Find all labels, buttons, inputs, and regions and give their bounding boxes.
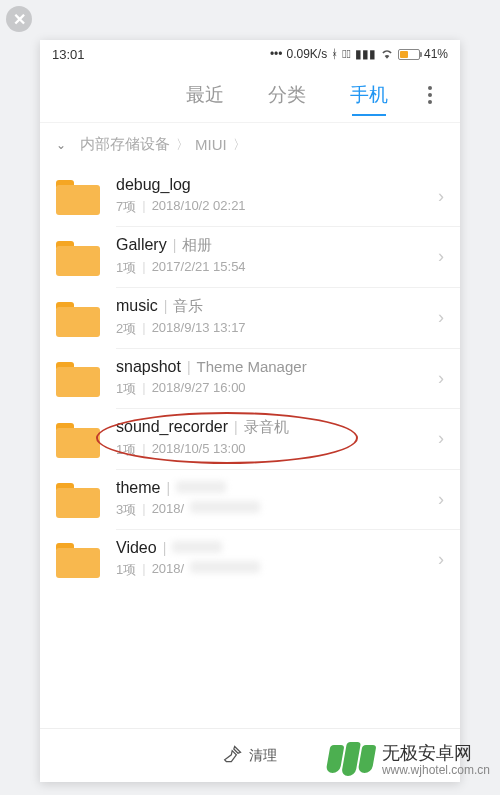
breadcrumb-folder: MIUI <box>195 136 227 153</box>
chevron-right-icon: › <box>434 489 448 510</box>
chevron-down-icon: ⌄ <box>56 138 66 152</box>
list-item[interactable]: Gallery|相册1项|2017/2/21 15:54› <box>40 226 460 287</box>
folder-alias: 相册 <box>182 236 212 255</box>
list-item[interactable]: theme|3项|2018/› <box>40 469 460 529</box>
list-item[interactable]: snapshot|Theme Manager1项|2018/9/27 16:00… <box>40 348 460 408</box>
folder-alias: 音乐 <box>173 297 203 316</box>
item-date: 2018/9/13 13:17 <box>152 320 246 338</box>
folder-name: music <box>116 297 158 315</box>
list-item-subtitle: 1项|2018/ <box>116 561 434 579</box>
list-item[interactable]: debug_log7项|2018/10/2 02:21› <box>40 166 460 226</box>
watermark: 无极安卓网 www.wjhotel.com.cn <box>328 744 490 777</box>
folder-icon <box>56 480 100 518</box>
folder-icon <box>56 177 100 215</box>
list-item-body: debug_log7项|2018/10/2 02:21 <box>116 176 434 216</box>
item-count: 1项 <box>116 380 136 398</box>
separator: | <box>142 561 145 579</box>
chevron-right-icon: › <box>434 307 448 328</box>
blurred-text <box>176 481 226 493</box>
mute-icon: ✕⃒ <box>342 47 351 61</box>
item-count: 7项 <box>116 198 136 216</box>
list-item-subtitle: 1项|2018/9/27 16:00 <box>116 380 434 398</box>
list-item-title: sound_recorder|录音机 <box>116 418 434 437</box>
close-icon[interactable]: ✕ <box>6 6 32 32</box>
separator: | <box>187 359 191 375</box>
file-list: debug_log7项|2018/10/2 02:21›Gallery|相册1项… <box>40 166 460 589</box>
item-date: 2018/9/27 16:00 <box>152 380 246 398</box>
folder-name: snapshot <box>116 358 181 376</box>
chevron-right-icon: › <box>434 186 448 207</box>
item-date: 2018/ <box>152 561 185 579</box>
item-date: 2018/10/5 13:00 <box>152 441 246 459</box>
bluetooth-icon: ᚼ <box>331 47 338 61</box>
separator: | <box>164 298 168 314</box>
list-item[interactable]: sound_recorder|录音机1项|2018/10/5 13:00› <box>40 408 460 469</box>
tab-phone[interactable]: 手机 <box>328 68 410 122</box>
list-item-subtitle: 1项|2018/10/5 13:00 <box>116 441 434 459</box>
separator: | <box>142 441 145 459</box>
list-item-body: Video|1项|2018/ <box>116 539 434 579</box>
status-bar: 13:01 ••• 0.09K/s ᚼ ✕⃒ ▮▮▮ 41% <box>40 40 460 68</box>
list-item-subtitle: 7项|2018/10/2 02:21 <box>116 198 434 216</box>
separator: | <box>166 480 170 496</box>
tab-recent[interactable]: 最近 <box>164 68 246 122</box>
list-item[interactable]: Video|1项|2018/› <box>40 529 460 589</box>
folder-icon <box>56 238 100 276</box>
net-speed: 0.09K/s <box>287 47 328 61</box>
item-date: 2017/2/21 15:54 <box>152 259 246 277</box>
tabs: 最近 分类 手机 <box>40 68 460 122</box>
blurred-text <box>190 501 260 513</box>
tab-category[interactable]: 分类 <box>246 68 328 122</box>
list-item-body: sound_recorder|录音机1项|2018/10/5 13:00 <box>116 418 434 459</box>
watermark-url: www.wjhotel.com.cn <box>382 764 490 777</box>
separator: | <box>142 501 145 519</box>
status-time: 13:01 <box>52 47 85 62</box>
breadcrumb[interactable]: ⌄ 内部存储设备 〉 MIUI 〉 <box>40 122 460 166</box>
folder-icon <box>56 540 100 578</box>
list-item-title: music|音乐 <box>116 297 434 316</box>
chevron-right-icon: › <box>434 368 448 389</box>
folder-name: Gallery <box>116 236 167 254</box>
separator: | <box>234 419 238 435</box>
blurred-text <box>172 541 222 553</box>
separator: | <box>173 237 177 253</box>
separator: | <box>142 320 145 338</box>
phone-frame: 13:01 ••• 0.09K/s ᚼ ✕⃒ ▮▮▮ 41% 最近 分类 手机 … <box>40 40 460 782</box>
list-item-body: theme|3项|2018/ <box>116 479 434 519</box>
folder-name: debug_log <box>116 176 191 194</box>
more-icon[interactable] <box>410 86 450 104</box>
breadcrumb-root: 内部存储设备 <box>80 135 170 154</box>
status-dots: ••• <box>270 47 283 61</box>
list-item[interactable]: music|音乐2项|2018/9/13 13:17› <box>40 287 460 348</box>
list-item-title: debug_log <box>116 176 434 194</box>
chevron-right-icon: 〉 <box>233 136 246 154</box>
status-right: ••• 0.09K/s ᚼ ✕⃒ ▮▮▮ 41% <box>270 47 448 62</box>
separator: | <box>142 259 145 277</box>
battery-icon <box>398 49 420 60</box>
item-date: 2018/10/2 02:21 <box>152 198 246 216</box>
folder-icon <box>56 359 100 397</box>
list-item-body: snapshot|Theme Manager1项|2018/9/27 16:00 <box>116 358 434 398</box>
list-item-subtitle: 2项|2018/9/13 13:17 <box>116 320 434 338</box>
chevron-right-icon: › <box>434 549 448 570</box>
item-date: 2018/ <box>152 501 185 519</box>
list-item-subtitle: 1项|2017/2/21 15:54 <box>116 259 434 277</box>
item-count: 3项 <box>116 501 136 519</box>
wifi-icon <box>380 47 394 62</box>
item-count: 1项 <box>116 561 136 579</box>
clean-button-label[interactable]: 清理 <box>249 747 277 765</box>
battery-pct: 41% <box>424 47 448 61</box>
item-count: 2项 <box>116 320 136 338</box>
list-item-title: Video| <box>116 539 434 557</box>
watermark-logo <box>328 745 374 776</box>
folder-name: sound_recorder <box>116 418 228 436</box>
list-item-title: theme| <box>116 479 434 497</box>
signal-icon: ▮▮▮ <box>355 47 376 61</box>
separator: | <box>142 198 145 216</box>
blurred-text <box>190 561 260 573</box>
list-item-subtitle: 3项|2018/ <box>116 501 434 519</box>
chevron-right-icon: › <box>434 428 448 449</box>
folder-icon <box>56 299 100 337</box>
broom-icon[interactable] <box>223 744 243 767</box>
list-item-body: Gallery|相册1项|2017/2/21 15:54 <box>116 236 434 277</box>
